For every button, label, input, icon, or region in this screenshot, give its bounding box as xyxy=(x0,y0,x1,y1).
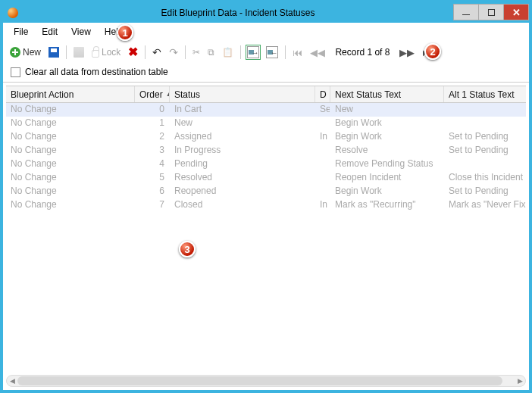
cell-next: Resolve xyxy=(330,144,444,158)
cell-alt: Set to Pending xyxy=(444,144,526,158)
save-icon xyxy=(49,47,59,58)
maximize-button[interactable] xyxy=(478,4,504,20)
grid-header: Blueprint Action Order ▲ Status D Next S… xyxy=(6,86,526,103)
table-row[interactable]: No Change3In ProgressResolveSet to Pendi… xyxy=(6,144,526,158)
nav-next-button[interactable]: ▶▶ xyxy=(397,45,417,60)
remove-row-button[interactable]: ← xyxy=(264,45,280,60)
cut-icon: ✂ xyxy=(192,47,200,58)
scroll-left-icon[interactable]: ◀ xyxy=(8,376,17,385)
nav-prev-button[interactable]: ◀◀ xyxy=(308,45,327,60)
nav-first-icon: ⏮ xyxy=(293,47,302,58)
cell-alt xyxy=(444,103,526,117)
table-row[interactable]: No Change6ReopenedBegin WorkSet to Pendi… xyxy=(6,185,526,198)
grid-body[interactable]: No Change0In CartSeNewNo Change1NewBegin… xyxy=(6,103,526,373)
callout-2: 2 xyxy=(424,43,441,60)
cell-alt: Set to Pending xyxy=(444,130,526,144)
menu-file[interactable]: File xyxy=(8,25,34,39)
col-header-alt[interactable]: Alt 1 Status Text xyxy=(444,86,526,102)
menu-view[interactable]: View xyxy=(65,25,97,39)
col-header-status[interactable]: Status xyxy=(170,86,315,102)
title-bar: Edit Blueprint Data - Incident Statuses … xyxy=(3,3,529,23)
cell-alt: Mark as "Never Fixed" xyxy=(444,198,526,212)
cell-status: Resolved xyxy=(170,171,315,185)
cell-display: In xyxy=(315,198,330,212)
table-row[interactable]: No Change1NewBegin Work xyxy=(6,117,526,130)
lock-button[interactable]: Lock xyxy=(89,45,123,59)
cell-alt xyxy=(444,117,526,130)
cell-display xyxy=(315,158,330,171)
col-header-display[interactable]: D xyxy=(315,86,330,102)
separator xyxy=(145,45,146,59)
scroll-right-icon[interactable]: ▶ xyxy=(515,376,524,385)
new-label: New xyxy=(23,47,41,58)
lock-icon xyxy=(92,50,99,58)
separator xyxy=(240,45,241,59)
table-row[interactable]: No Change4PendingRemove Pending Status xyxy=(6,158,526,171)
cell-order: 2 xyxy=(135,130,170,144)
col-header-order[interactable]: Order ▲ xyxy=(135,86,170,102)
table-row[interactable]: No Change2AssignedInBegin WorkSet to Pen… xyxy=(6,130,526,144)
toolbar: New Lock ✖ ↶ ↶ ✂ ⧉ 📋 → ← ⏮ ◀◀ Record 1 o… xyxy=(3,41,529,64)
cut-button[interactable]: ✂ xyxy=(190,45,202,59)
cell-next: Reopen Incident xyxy=(330,171,444,185)
minimize-button[interactable] xyxy=(453,4,479,20)
cell-action: No Change xyxy=(6,117,135,130)
table-row[interactable]: No Change7ClosedInMark as "Recurring"Mar… xyxy=(6,198,526,212)
cell-alt: Set to Pending xyxy=(444,185,526,198)
cell-status: Closed xyxy=(170,198,315,212)
lock-label: Lock xyxy=(102,47,120,58)
undo-icon: ↶ xyxy=(152,46,161,58)
cell-action: No Change xyxy=(6,185,135,198)
cell-status: Pending xyxy=(170,158,315,171)
cell-status: In Progress xyxy=(170,144,315,158)
plus-icon xyxy=(10,47,20,58)
menu-bar: File Edit View Help 1 xyxy=(3,23,529,41)
cell-order: 6 xyxy=(135,185,170,198)
scroll-thumb[interactable] xyxy=(17,376,502,385)
paste-button[interactable]: 📋 xyxy=(220,45,236,59)
table-row[interactable]: No Change5ResolvedReopen IncidentClose t… xyxy=(6,171,526,185)
window-title: Edit Blueprint Data - Incident Statuses xyxy=(23,8,453,18)
cell-next: Mark as "Recurring" xyxy=(330,198,444,212)
separator xyxy=(66,45,67,59)
horizontal-scrollbar[interactable]: ◀ ▶ xyxy=(6,375,526,387)
close-button[interactable]: ✕ xyxy=(503,4,529,20)
app-icon xyxy=(8,8,18,18)
cell-action: No Change xyxy=(6,158,135,171)
redo-icon: ↶ xyxy=(169,46,178,58)
cell-status: Reopened xyxy=(170,185,315,198)
table-row[interactable]: No Change0In CartSeNew xyxy=(6,103,526,117)
col-header-next[interactable]: Next Status Text xyxy=(330,86,444,102)
copy-button[interactable]: ⧉ xyxy=(205,45,217,59)
nav-next-icon: ▶▶ xyxy=(399,47,415,58)
cell-alt xyxy=(444,158,526,171)
save-button[interactable] xyxy=(46,45,61,59)
trash-icon xyxy=(74,47,84,58)
copy-icon: ⧉ xyxy=(208,47,214,58)
insert-row-icon: → xyxy=(247,46,259,58)
cell-status: New xyxy=(170,117,315,130)
cell-alt: Close this Incident xyxy=(444,171,526,185)
cell-display xyxy=(315,171,330,185)
record-indicator: Record 1 of 8 xyxy=(330,47,394,58)
col-header-action[interactable]: Blueprint Action xyxy=(6,86,135,102)
insert-row-button[interactable]: → xyxy=(246,45,261,60)
cell-display: Se xyxy=(315,103,330,117)
undo-button[interactable]: ↶ xyxy=(150,45,164,60)
cell-display xyxy=(315,185,330,198)
remove-row-icon: ← xyxy=(266,46,278,58)
cell-status: Assigned xyxy=(170,130,315,144)
nav-first-button[interactable]: ⏮ xyxy=(290,45,305,60)
cell-status: In Cart xyxy=(170,103,315,117)
delete-button[interactable] xyxy=(71,45,86,59)
menu-edit[interactable]: Edit xyxy=(36,25,64,39)
redo-button[interactable]: ↶ xyxy=(167,45,180,60)
col-header-order-label: Order xyxy=(139,89,163,100)
cancel-button[interactable]: ✖ xyxy=(126,45,140,59)
separator xyxy=(185,45,186,59)
cell-next: Remove Pending Status xyxy=(330,158,444,171)
clear-data-checkbox[interactable] xyxy=(11,67,20,77)
cell-action: No Change xyxy=(6,103,135,117)
data-grid: Blueprint Action Order ▲ Status D Next S… xyxy=(6,86,526,373)
new-button[interactable]: New xyxy=(8,45,43,59)
